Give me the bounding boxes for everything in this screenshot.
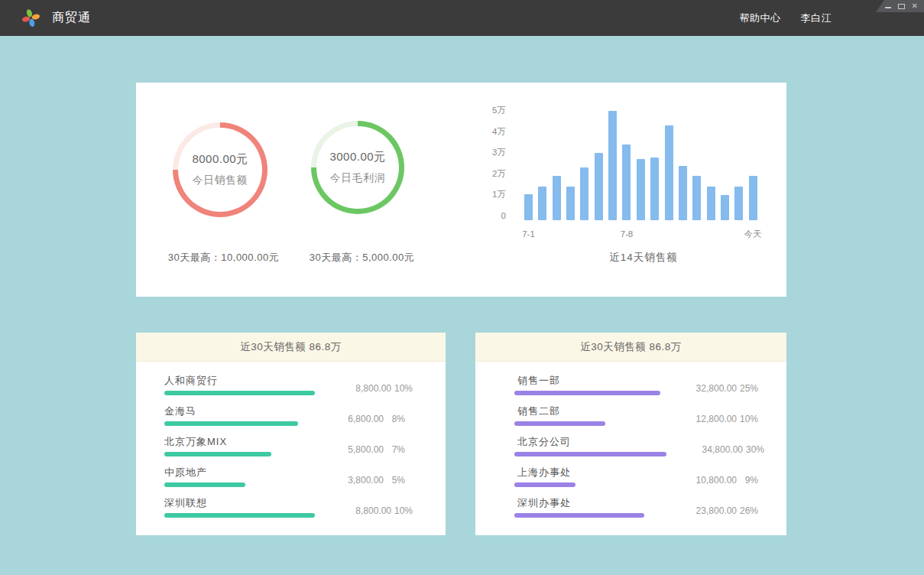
- sales-30day-max: 30天最高：10,000.00元: [157, 251, 290, 265]
- help-center-link[interactable]: 帮助中心: [740, 11, 781, 25]
- bar-chart-title: 近14天销售额: [524, 251, 763, 265]
- customer-ranking-header: 近30天销售额 86.8万: [136, 333, 446, 362]
- bar: [538, 187, 546, 220]
- list-item: 北京万象MIX5,800.007%: [164, 436, 405, 456]
- bar: [608, 111, 617, 220]
- rank-item-bar: [164, 391, 315, 395]
- bar: [679, 166, 687, 221]
- titlebar: 商贸通 帮助中心 李白江 ✕: [0, 0, 924, 36]
- rank-item-percent: 7%: [384, 444, 405, 456]
- x-tick-label: 7-8: [608, 229, 646, 239]
- bar: [734, 187, 743, 220]
- rank-item-amount: 3,800.00: [307, 475, 384, 486]
- rank-item-amount: 12,800.00: [660, 414, 737, 425]
- user-name-link[interactable]: 李白江: [801, 11, 832, 25]
- y-axis: 01万2万3万4万5万: [481, 83, 506, 228]
- bar: [580, 167, 588, 220]
- app-title: 商贸通: [52, 10, 91, 26]
- list-item: 销售一部32,800.0025%: [517, 375, 758, 395]
- bar-plot: [524, 83, 763, 220]
- rank-item-name: 深圳联想: [164, 497, 315, 509]
- maximize-button[interactable]: [898, 2, 905, 11]
- rank-item-amount: 8,800.00: [315, 505, 391, 517]
- rank-item-bar: [164, 482, 245, 487]
- rank-item-name: 中原地产: [164, 466, 307, 479]
- rank-item-amount: 6,800.00: [307, 414, 384, 425]
- close-button[interactable]: ✕: [912, 2, 918, 11]
- bar: [595, 153, 603, 220]
- rank-item-percent: 10%: [737, 414, 758, 425]
- list-item: 深圳办事处23,800.0026%: [517, 497, 758, 518]
- close-icon: ✕: [912, 2, 918, 10]
- list-item: 金海马6,800.008%: [164, 405, 405, 426]
- rank-item-percent: 10%: [391, 505, 413, 517]
- bar: [650, 158, 659, 221]
- app-logo-pinwheel-icon: [21, 8, 41, 28]
- today-sales-value: 8000.00元: [192, 152, 248, 167]
- rank-item-name: 北京万象MIX: [164, 436, 307, 448]
- today-profit-value: 3000.00元: [329, 150, 385, 164]
- rank-item-percent: 5%: [384, 475, 405, 486]
- bar: [524, 194, 533, 220]
- y-tick-label: 1万: [481, 190, 506, 199]
- rank-item-percent: 9%: [737, 475, 758, 486]
- department-ranking-header: 近30天销售额 86.8万: [475, 333, 786, 362]
- bar: [637, 159, 645, 220]
- bar: [553, 176, 561, 220]
- rank-item-amount: 10,800.00: [660, 475, 737, 486]
- today-profit-label: 今日毛利润: [330, 171, 386, 185]
- rank-item-bar: [514, 421, 605, 426]
- minimize-button[interactable]: [885, 2, 891, 11]
- bar: [566, 187, 575, 220]
- bar: [721, 195, 729, 220]
- rank-item-bar: [164, 452, 271, 456]
- window-controls: ✕: [876, 0, 924, 12]
- rank-item-bar: [514, 391, 660, 395]
- rank-item-amount: 23,800.00: [660, 505, 737, 517]
- bar: [622, 145, 631, 220]
- x-tick-label: 今天: [734, 229, 772, 239]
- profit-30day-max: 30天最高：5,000.00元: [296, 251, 428, 265]
- rank-item-percent: 8%: [384, 414, 405, 425]
- y-tick-label: 2万: [481, 170, 506, 178]
- rank-item-percent: 25%: [737, 383, 758, 395]
- today-sales-donut-center: 8000.00元 今日销售额: [178, 128, 262, 212]
- minimize-icon: [885, 7, 891, 8]
- department-ranking-list: 销售一部32,800.0025%销售二部12,800.0010%北京分公司34,…: [517, 375, 758, 528]
- list-item: 人和商贸行8,800.0010%: [164, 375, 405, 395]
- list-item: 北京分公司34,800.0030%: [517, 436, 758, 456]
- bar: [665, 125, 673, 220]
- today-profit-donut-center: 3000.00元 今日毛利润: [316, 126, 399, 209]
- rank-item-percent: 10%: [391, 383, 413, 395]
- rank-item-bar: [164, 421, 298, 426]
- bar: [692, 176, 701, 220]
- rank-item-name: 金海马: [164, 405, 307, 417]
- rank-item-name: 销售一部: [517, 375, 660, 387]
- today-sales-donut: 8000.00元 今日销售额: [173, 122, 267, 217]
- rank-item-name: 上海办事处: [517, 466, 660, 479]
- x-tick-label: 7-1: [510, 229, 548, 239]
- rank-item-percent: 30%: [743, 444, 764, 456]
- department-sales-ranking-card: 近30天销售额 86.8万 销售一部32,800.0025%销售二部12,800…: [475, 333, 786, 535]
- rank-item-name: 深圳办事处: [517, 497, 660, 509]
- today-sales-label: 今日销售额: [193, 174, 248, 187]
- customer-ranking-list: 人和商贸行8,800.0010%金海马6,800.008%北京万象MIX5,80…: [164, 375, 405, 528]
- rank-item-amount: 5,800.00: [307, 444, 384, 456]
- rank-item-amount: 32,800.00: [660, 383, 737, 395]
- x-axis: 7-17-8今天: [524, 229, 763, 240]
- customer-sales-ranking-card: 近30天销售额 86.8万 人和商贸行8,800.0010%金海马6,800.0…: [136, 333, 446, 535]
- bar: [749, 176, 757, 220]
- rank-item-bar: [514, 513, 644, 518]
- rank-item-bar: [514, 482, 575, 487]
- rank-item-name: 人和商贸行: [164, 375, 315, 387]
- bar: [707, 187, 715, 220]
- titlebar-menu: 帮助中心 李白江: [740, 0, 832, 36]
- list-item: 销售二部12,800.0010%: [517, 405, 758, 426]
- rank-item-percent: 26%: [737, 505, 758, 517]
- rank-item-amount: 34,800.00: [666, 444, 743, 456]
- y-tick-label: 4万: [481, 128, 506, 136]
- today-profit-donut: 3000.00元 今日毛利润: [311, 121, 404, 214]
- rank-item-name: 北京分公司: [517, 436, 666, 448]
- today-summary-card: 8000.00元 今日销售额 30天最高：10,000.00元 3000.00元…: [136, 83, 786, 297]
- list-item: 上海办事处10,800.009%: [517, 466, 758, 487]
